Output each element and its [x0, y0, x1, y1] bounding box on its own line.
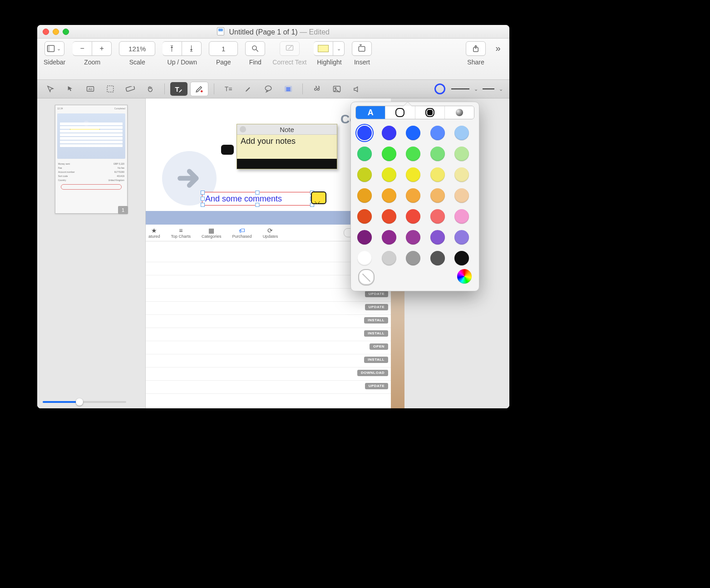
highlighter-tool[interactable] — [240, 82, 257, 96]
color-swatch[interactable] — [357, 188, 372, 203]
svg-point-21 — [335, 88, 336, 89]
select-tool[interactable] — [62, 82, 79, 96]
note-close-icon[interactable] — [240, 126, 246, 132]
color-swatch[interactable] — [406, 147, 420, 161]
toolbar-overflow-button[interactable]: » — [493, 41, 503, 54]
share-button[interactable] — [466, 41, 486, 56]
color-swatch[interactable] — [430, 126, 445, 140]
color-swatch[interactable] — [406, 167, 420, 182]
row-action-button[interactable]: UPDATE — [365, 304, 388, 310]
row-action-button[interactable]: DOWNLOAD — [357, 370, 388, 376]
row-action-button[interactable]: UPDATE — [365, 383, 388, 389]
color-swatch[interactable] — [454, 251, 469, 265]
comment-text-box[interactable]: And some comments — [202, 192, 313, 206]
row-action-button[interactable]: INSTALL — [364, 317, 388, 323]
audio-tool[interactable] — [348, 82, 365, 96]
color-swatch[interactable] — [382, 251, 396, 265]
line-style-picker[interactable]: ⌄ — [451, 86, 480, 92]
color-swatch[interactable] — [430, 147, 445, 161]
color-swatch[interactable] — [357, 147, 372, 161]
page-thumbnail[interactable]: 12:34Completed Money sentGBP 5,220 FeeNo… — [55, 105, 128, 214]
row-action-button[interactable]: UPDATE — [365, 291, 388, 297]
find-button[interactable] — [245, 41, 265, 56]
color-swatch[interactable] — [454, 167, 469, 182]
color-swatch[interactable] — [406, 209, 420, 224]
row-action-button[interactable]: INSTALL — [364, 330, 388, 337]
color-swatch[interactable] — [382, 188, 396, 203]
resize-handle[interactable] — [201, 203, 205, 207]
text-style-tool[interactable]: T≡ — [220, 82, 237, 96]
comment-tool[interactable] — [260, 82, 277, 96]
seg-filled[interactable] — [415, 106, 444, 119]
ruler-tool[interactable] — [122, 82, 139, 96]
seg-sphere[interactable] — [444, 106, 474, 119]
sticky-note[interactable]: Note Add your notes — [237, 124, 337, 169]
tab-top-charts[interactable]: ≡Top Charts — [171, 227, 191, 239]
tab-updates[interactable]: ⟳Updates — [263, 227, 278, 239]
color-swatch[interactable] — [454, 209, 469, 224]
color-swatch[interactable] — [430, 230, 445, 245]
highlight-menu-button[interactable]: ⌄ — [333, 41, 345, 56]
line-weight-picker[interactable]: ⌄ — [483, 86, 505, 92]
row-action-button[interactable]: INSTALL — [364, 357, 388, 363]
zoom-out-button[interactable]: − — [73, 41, 92, 56]
resize-handle[interactable] — [256, 191, 260, 195]
row-action-button[interactable]: OPEN — [370, 343, 388, 350]
color-swatch[interactable] — [382, 209, 396, 224]
note-body[interactable]: Add your notes — [237, 135, 337, 159]
text-annotation-tool[interactable]: T — [170, 82, 187, 96]
text-cursor-tool[interactable] — [42, 82, 59, 96]
color-swatch[interactable] — [406, 188, 420, 203]
color-swatch[interactable] — [406, 126, 420, 140]
color-swatch[interactable] — [430, 188, 445, 203]
color-swatch[interactable] — [454, 188, 469, 203]
chevron-down-icon: ⌄ — [337, 46, 341, 52]
color-swatch[interactable] — [406, 230, 420, 245]
seg-text-color[interactable]: A — [356, 106, 385, 119]
sidebar-toggle-button[interactable]: ⌄ — [44, 41, 64, 56]
pan-tool[interactable] — [142, 82, 159, 96]
color-swatch[interactable] — [430, 251, 445, 265]
page-up-button[interactable]: ⭱ — [163, 41, 182, 56]
zoom-in-button[interactable]: + — [92, 41, 112, 56]
color-swatch[interactable] — [382, 147, 396, 161]
resize-handle[interactable] — [201, 191, 205, 195]
page-field[interactable]: 1 — [209, 41, 238, 56]
color-swatch[interactable] — [382, 167, 396, 182]
color-swatch[interactable] — [382, 230, 396, 245]
tab-categories[interactable]: ▦Categories — [202, 227, 222, 239]
resize-handle[interactable] — [201, 197, 205, 201]
color-swatch[interactable] — [382, 126, 396, 140]
no-color-swatch[interactable] — [358, 269, 375, 285]
stamp-tool[interactable] — [308, 82, 325, 96]
color-swatch[interactable] — [357, 230, 372, 245]
crop-tool[interactable] — [102, 82, 119, 96]
color-swatch[interactable] — [454, 230, 469, 245]
page-down-button[interactable]: ⭳ — [182, 41, 202, 56]
thumbnail-zoom-slider[interactable] — [43, 398, 126, 406]
seg-outline[interactable] — [385, 106, 414, 119]
color-swatch[interactable] — [454, 147, 469, 161]
color-swatch[interactable] — [430, 167, 445, 182]
color-swatch[interactable] — [357, 251, 372, 265]
scale-field[interactable]: 121% — [119, 41, 155, 56]
highlight-button[interactable] — [314, 41, 333, 56]
color-swatch[interactable] — [406, 251, 420, 265]
insert-button[interactable]: + — [352, 41, 372, 56]
color-swatch[interactable] — [357, 126, 372, 140]
color-swatch[interactable] — [357, 209, 372, 224]
color-swatch[interactable] — [357, 167, 372, 182]
color-swatch[interactable] — [430, 209, 445, 224]
text-select-tool[interactable]: Ab — [82, 82, 99, 96]
color-fill-tool[interactable] — [190, 82, 208, 96]
list-tool[interactable] — [280, 82, 297, 96]
slider-knob[interactable] — [76, 398, 83, 406]
comment-bubble-icon[interactable] — [311, 191, 326, 204]
tab-featured[interactable]: ★atured — [148, 227, 160, 239]
image-tool[interactable] — [328, 82, 345, 96]
tab-purchased[interactable]: 🏷Purchased — [232, 227, 252, 239]
resize-handle[interactable] — [256, 203, 260, 207]
color-wheel-button[interactable] — [457, 269, 472, 284]
color-swatch[interactable] — [454, 126, 469, 140]
stroke-color-button[interactable] — [431, 82, 449, 96]
